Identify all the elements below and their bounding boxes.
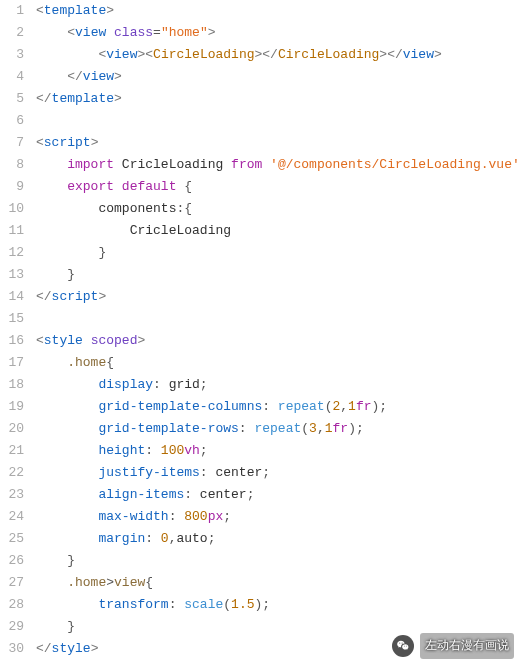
line-number: 30 xyxy=(0,638,24,660)
line-number: 19 xyxy=(0,396,24,418)
code-line: </view> xyxy=(36,66,522,88)
code-editor: 1234567891011121314151617181920212223242… xyxy=(0,0,522,669)
code-line: <view><CircleLoading></CircleLoading></v… xyxy=(36,44,522,66)
code-line: transform: scale(1.5); xyxy=(36,594,522,616)
line-number: 15 xyxy=(0,308,24,330)
line-number: 2 xyxy=(0,22,24,44)
code-line: <template> xyxy=(36,0,522,22)
line-number: 12 xyxy=(0,242,24,264)
line-number: 23 xyxy=(0,484,24,506)
code-line: export default { xyxy=(36,176,522,198)
watermark-text: 左动右漫有画说 xyxy=(420,633,514,659)
code-line: margin: 0,auto; xyxy=(36,528,522,550)
code-line: <view class="home"> xyxy=(36,22,522,44)
line-number: 25 xyxy=(0,528,24,550)
watermark: 左动右漫有画说 xyxy=(392,633,514,659)
line-number: 28 xyxy=(0,594,24,616)
line-number: 8 xyxy=(0,154,24,176)
code-line: .home>view{ xyxy=(36,572,522,594)
code-line: grid-template-rows: repeat(3,1fr); xyxy=(36,418,522,440)
code-line: .home{ xyxy=(36,352,522,374)
line-number: 6 xyxy=(0,110,24,132)
wechat-icon xyxy=(392,635,414,657)
line-number: 18 xyxy=(0,374,24,396)
line-number: 7 xyxy=(0,132,24,154)
line-number: 29 xyxy=(0,616,24,638)
line-number: 3 xyxy=(0,44,24,66)
code-line: <script> xyxy=(36,132,522,154)
code-line: height: 100vh; xyxy=(36,440,522,462)
line-number: 20 xyxy=(0,418,24,440)
line-number-gutter: 1234567891011121314151617181920212223242… xyxy=(0,0,32,669)
code-line: </template> xyxy=(36,88,522,110)
code-line xyxy=(36,308,522,330)
line-number: 1 xyxy=(0,0,24,22)
code-line: align-items: center; xyxy=(36,484,522,506)
line-number: 24 xyxy=(0,506,24,528)
code-area: <template> <view class="home"> <view><Ci… xyxy=(32,0,522,669)
line-number: 9 xyxy=(0,176,24,198)
line-number: 11 xyxy=(0,220,24,242)
code-line: justify-items: center; xyxy=(36,462,522,484)
code-line xyxy=(36,110,522,132)
line-number: 21 xyxy=(0,440,24,462)
code-line: </script> xyxy=(36,286,522,308)
code-line: } xyxy=(36,550,522,572)
code-line: } xyxy=(36,264,522,286)
line-number: 10 xyxy=(0,198,24,220)
code-line: <style scoped> xyxy=(36,330,522,352)
code-line: import CricleLoading from '@/components/… xyxy=(36,154,522,176)
code-line: display: grid; xyxy=(36,374,522,396)
line-number: 17 xyxy=(0,352,24,374)
line-number: 22 xyxy=(0,462,24,484)
code-line: max-width: 800px; xyxy=(36,506,522,528)
code-line: components:{ xyxy=(36,198,522,220)
line-number: 5 xyxy=(0,88,24,110)
line-number: 14 xyxy=(0,286,24,308)
line-number: 4 xyxy=(0,66,24,88)
line-number: 13 xyxy=(0,264,24,286)
code-line: grid-template-columns: repeat(2,1fr); xyxy=(36,396,522,418)
code-line: } xyxy=(36,242,522,264)
line-number: 27 xyxy=(0,572,24,594)
code-line: CricleLoading xyxy=(36,220,522,242)
line-number: 26 xyxy=(0,550,24,572)
line-number: 16 xyxy=(0,330,24,352)
